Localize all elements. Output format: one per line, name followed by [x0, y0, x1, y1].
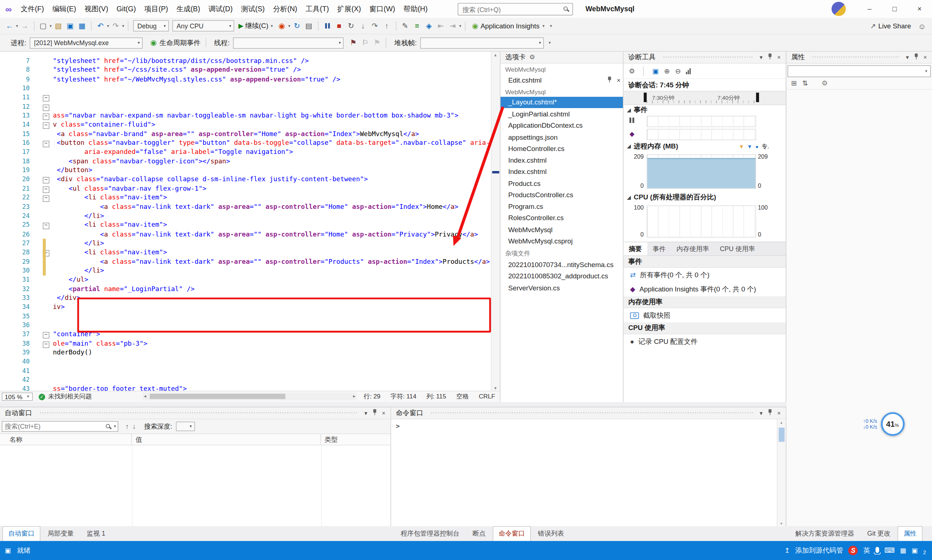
object-dropdown[interactable]: ▾ [787, 66, 930, 77]
scroll-thumb[interactable] [779, 428, 784, 442]
health-check-icon[interactable]: ✓ [39, 393, 45, 400]
close-icon[interactable]: × [921, 54, 929, 61]
autos-grid-body[interactable] [0, 445, 391, 528]
close-icon[interactable]: × [774, 410, 783, 416]
hot-reload-caret[interactable]: ▾ [288, 23, 291, 28]
scroll-right-icon[interactable]: ▸ [353, 392, 356, 400]
code-line-21[interactable]: 21− <ul class="navbar-nav flex-grow-1"> [0, 184, 491, 193]
tab-事件[interactable]: 事件 [647, 242, 671, 255]
tray-icon[interactable]: ▦ [900, 546, 906, 554]
hscroll-thumb[interactable] [149, 394, 285, 399]
menu-item-10[interactable]: 扩展(X) [333, 0, 365, 18]
nav-forward-icon[interactable]: → [18, 18, 31, 33]
ai-events-row[interactable]: ◆ Application Insights 事件(0 个, 共 0 个) [624, 282, 786, 296]
prev-bookmark-icon[interactable]: ⇤ [435, 18, 447, 33]
fold-marker[interactable]: − [43, 105, 49, 111]
timeline-left-cap[interactable] [644, 93, 647, 102]
menu-item-9[interactable]: 工具(T) [302, 0, 333, 18]
fold-marker[interactable]: − [43, 114, 49, 120]
fold-marker[interactable]: − [43, 95, 49, 102]
command-input-area[interactable]: > ▴ ▾ [391, 419, 786, 526]
new-file-icon[interactable]: ▢ [37, 18, 49, 33]
pin-icon[interactable] [766, 409, 774, 417]
fold-marker[interactable]: − [43, 341, 49, 348]
minimize-button[interactable]: – [857, 0, 882, 18]
column-type[interactable]: 类型 [321, 434, 391, 445]
feedback-box-icon[interactable]: ▣ [5, 546, 11, 554]
sort-icon[interactable]: ⇅ [802, 79, 808, 87]
file-item-WebMvcMysql[interactable]: WebMvcMysql [501, 224, 623, 235]
code-line-20[interactable]: 20− <div class="navbar-collapse collapse… [0, 175, 491, 184]
code-line-14[interactable]: 14−v class="container-fluid"> [0, 120, 491, 129]
code-line-32[interactable]: 32 <partial name="_LoginPartial" /> [0, 284, 491, 293]
search-input[interactable] [458, 6, 563, 13]
tab-局部变量[interactable]: 局部变量 [42, 526, 79, 542]
file-item-Index.cshtml[interactable]: Index.cshtml [501, 166, 623, 178]
menu-item-0[interactable]: 文件(F) [16, 0, 48, 18]
process-dropdown[interactable]: [2012] WebMvcMysql.exe▾ [30, 37, 143, 48]
lifecycle-label[interactable]: 生命周期事件 [159, 38, 200, 47]
code-line-39[interactable]: 39nderBody() [0, 348, 491, 357]
menu-item-2[interactable]: 视图(V) [80, 0, 112, 18]
code-line-9[interactable]: 9"stylesheet" href="~/WebMvcMysql.styles… [0, 75, 491, 84]
new-file-caret[interactable]: ▾ [49, 23, 52, 28]
search-depth-dropdown[interactable]: ▾ [176, 422, 195, 431]
chevron-down-icon[interactable]: ▾ [362, 410, 370, 416]
upload-icon[interactable]: ↥ [784, 546, 790, 554]
continue-button[interactable]: ▶ 继续(C) ▾ [239, 22, 273, 30]
menu-item-11[interactable]: 窗口(W) [365, 0, 399, 18]
code-line-43[interactable]: 43ss="border-top footer text-muted"> [0, 385, 491, 392]
tab-属性[interactable]: 属性 [898, 526, 923, 542]
keyboard-icon[interactable]: ⌨ [884, 546, 895, 555]
save-all-icon[interactable]: ▦ [76, 18, 88, 33]
menu-item-4[interactable]: 项目(P) [140, 0, 172, 18]
tab-Git 更改[interactable]: Git 更改 [861, 526, 897, 542]
fold-marker[interactable]: − [43, 223, 49, 229]
toolbar-overflow-caret[interactable]: ▾ [550, 23, 552, 28]
nav-back-caret[interactable]: ▾ [16, 23, 18, 28]
add-to-source-control[interactable]: 添加到源代码管 [795, 546, 843, 555]
tab-程序包管理器控制台[interactable]: 程序包管理器控制台 [394, 526, 465, 542]
file-item-appsettings.json[interactable]: appsettings.json [501, 131, 623, 143]
file-item-WebMvcMysql.csproj[interactable]: WebMvcMysql.csproj [501, 235, 623, 247]
menu-item-6[interactable]: 调试(D) [204, 0, 237, 18]
command-scrollbar[interactable]: ▴ ▾ [777, 419, 786, 526]
code-line-7[interactable]: 7"stylesheet" href="~/lib/bootstrap/dist… [0, 56, 491, 66]
account-avatar[interactable] [832, 2, 846, 16]
events-section-header[interactable]: ◢ 事件 [624, 105, 786, 115]
close-button[interactable]: × [907, 0, 932, 18]
quick-search-box[interactable] [458, 3, 573, 15]
undo-icon[interactable]: ↶ [95, 18, 107, 33]
file-item-_LoginPartial.cshtml[interactable]: _LoginPartial.cshtml [501, 108, 623, 120]
code-line-15[interactable]: 15 <a class="navbar-brand" asp-area="" a… [0, 129, 491, 138]
file-item-RolesController.cs[interactable]: RolesController.cs [501, 212, 623, 224]
timeline-right-cap[interactable] [756, 93, 759, 102]
redo-caret[interactable]: ▾ [122, 23, 125, 28]
fold-marker[interactable]: − [43, 332, 49, 339]
pin-icon[interactable] [912, 54, 920, 61]
autos-search-box[interactable]: ▾ [2, 421, 118, 432]
file-item-ApplicationDbContext.cs[interactable]: ApplicationDbContext.cs [501, 120, 623, 131]
bookmark-caret[interactable]: ▾ [459, 23, 461, 28]
snapshot-row[interactable]: 截取快照 [624, 308, 786, 322]
close-icon[interactable]: × [617, 76, 621, 84]
space-indicator[interactable]: 空格 [456, 392, 468, 401]
categorize-icon[interactable]: ⊞ [791, 79, 797, 87]
ime-language[interactable]: 英 [863, 546, 870, 555]
thread-dropdown[interactable]: ▾ [233, 37, 344, 48]
editor-horizontal-scrollbar[interactable]: ◂ ▸ [143, 392, 357, 400]
solution-config-dropdown[interactable]: Debug▾ [133, 20, 169, 31]
file-item-ProductsController.cs[interactable]: ProductsController.cs [501, 189, 623, 201]
apply-code-changes-icon[interactable]: ▤ [303, 18, 315, 33]
output-icon[interactable]: ≡ [411, 18, 423, 33]
notification-badge[interactable]: 2 [923, 549, 926, 555]
step-into-icon[interactable]: ↓ [357, 18, 369, 33]
break-all-icon[interactable] [321, 18, 333, 33]
scroll-up-icon[interactable]: ▴ [778, 420, 785, 425]
close-icon[interactable]: × [379, 410, 388, 416]
nav-back-icon[interactable]: ← [4, 18, 15, 33]
code-line-16[interactable]: 16− <button class="navbar-toggler" type=… [0, 138, 491, 148]
code-line-31[interactable]: 31 </ul> [0, 275, 491, 284]
feedback-icon[interactable]: ☺ [918, 22, 926, 31]
diag-timeline-ruler[interactable]: 7:30分钟 7:40分钟 [624, 91, 786, 105]
